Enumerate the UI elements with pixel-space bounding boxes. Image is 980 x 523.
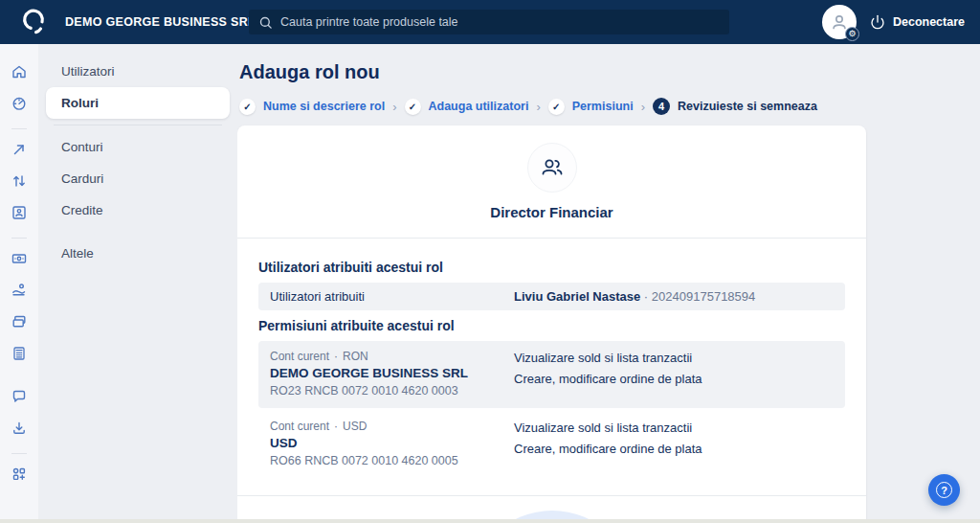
step-1: ✓ Nume si descriere rol (239, 99, 385, 115)
sidebar-item-credite[interactable]: Credite (46, 194, 230, 226)
role-header: Director Financiar (237, 125, 866, 220)
account-currency: RON (343, 350, 368, 363)
rail-divider (11, 128, 27, 129)
logout-button[interactable]: Deconectare (870, 14, 965, 30)
check-icon: ✓ (405, 99, 421, 115)
dot-separator: · (644, 289, 648, 304)
check-icon: ✓ (239, 99, 256, 115)
account-iban: RO66 RNCB 0072 0010 4620 0005 (270, 454, 514, 467)
account-type: Cont curent (270, 420, 329, 433)
contacts-icon[interactable] (11, 204, 28, 221)
permission-list: Vizualizare sold si lista tranzactii Cre… (514, 420, 834, 467)
user-id: 202409175718594 (652, 289, 755, 304)
page-title: Adauga rol nou (239, 61, 980, 83)
logout-label: Deconectare (893, 15, 965, 29)
step-number-badge: 4 (653, 98, 670, 115)
transfers-icon[interactable] (11, 172, 28, 190)
menu-divider (54, 125, 222, 125)
account-type: Cont curent (270, 350, 329, 363)
users-section-heading: Utilizatori atribuiti acestui rol (258, 260, 845, 275)
dot-separator: · (334, 350, 338, 363)
permissions-section-heading: Permisiuni atribuite acestui rol (258, 318, 845, 333)
home-icon[interactable] (11, 63, 28, 80)
step-3: ✓ Permisiuni (548, 99, 634, 115)
wizard-stepper: ✓ Nume si descriere rol › ✓ Adauga utili… (239, 98, 980, 115)
global-search[interactable] (249, 10, 729, 34)
rail-divider (11, 453, 27, 454)
account-info: Cont curent · RON DEMO GEORGE BUSINESS S… (270, 350, 514, 398)
main-content: Adauga rol nou ✓ Nume si descriere rol ›… (237, 44, 980, 523)
step-4-label: Revizuieste si semneaza (678, 100, 817, 113)
chat-icon[interactable] (11, 388, 28, 405)
account-currency: USD (343, 420, 367, 433)
sidebar-menu: Utilizatori Roluri Conturi Carduri Credi… (38, 44, 237, 523)
check-icon: ✓ (548, 99, 565, 115)
role-name: Director Financiar (237, 204, 866, 220)
sidebar-item-utilizatori[interactable]: Utilizatori (46, 56, 230, 87)
role-users-icon (527, 143, 577, 193)
account-name: USD (270, 436, 514, 450)
calculator-icon[interactable] (11, 345, 28, 362)
download-icon[interactable] (11, 420, 28, 437)
icon-rail (0, 44, 38, 523)
bottom-edge (0, 519, 980, 523)
role-review-card: Director Financiar Utilizatori atribuiti… (237, 125, 866, 523)
assigned-users-label: Utilizatori atribuiti (270, 289, 514, 304)
permission-item: Vizualizare sold si lista tranzactii (514, 421, 834, 435)
dot-separator: · (334, 420, 338, 433)
permission-list: Vizualizare sold si lista tranzactii Cre… (514, 350, 834, 398)
chevron-right-icon: › (392, 100, 396, 114)
account-name: DEMO GEORGE BUSINESS SRL (270, 366, 514, 380)
company-name: DEMO GEORGE BUSINESS SRL (65, 15, 256, 29)
help-button[interactable]: ? (928, 474, 960, 506)
send-money-icon[interactable] (11, 141, 28, 158)
permission-row: Cont curent · USD USD RO66 RNCB 0072 001… (258, 411, 845, 478)
payments-hand-icon[interactable] (11, 282, 28, 299)
assigned-user-value: Liviu Gabriel Nastase · 202409175718594 (514, 289, 834, 304)
permission-row: Cont curent · RON DEMO GEORGE BUSINESS S… (258, 341, 845, 408)
account-iban: RO23 RNCB 0072 0010 4620 0003 (270, 384, 514, 398)
apps-plus-icon[interactable] (11, 466, 28, 483)
george-logo-icon[interactable] (19, 6, 50, 38)
search-icon (258, 15, 273, 30)
permission-item: Vizualizare sold si lista tranzactii (514, 351, 834, 365)
cards-icon[interactable] (11, 313, 28, 330)
chevron-right-icon: › (641, 100, 645, 114)
dashboard-icon[interactable] (11, 95, 28, 112)
search-input[interactable] (280, 15, 720, 29)
permission-item: Creare, modificare ordine de plata (514, 442, 834, 456)
step-3-link[interactable]: Permisiuni (572, 100, 634, 113)
step-2-link[interactable]: Adauga utilizatori (429, 100, 529, 113)
account-info: Cont curent · USD USD RO66 RNCB 0072 001… (270, 420, 514, 467)
avatar[interactable]: ⚙ (822, 5, 857, 39)
sidebar-item-altele[interactable]: Altele (46, 238, 230, 269)
question-icon: ? (936, 482, 952, 498)
step-1-link[interactable]: Nume si descriere rol (263, 100, 385, 113)
power-icon (870, 14, 885, 30)
sidebar-item-conturi[interactable]: Conturi (46, 131, 230, 163)
sidebar-item-roluri[interactable]: Roluri (46, 87, 230, 119)
settings-gear-icon[interactable]: ⚙ (845, 27, 859, 41)
topbar: DEMO GEORGE BUSINESS SRL ⚙ Deconectare (0, 0, 980, 44)
cash-icon[interactable] (11, 250, 28, 267)
permission-item: Creare, modificare ordine de plata (514, 372, 834, 386)
step-4-current: 4 Revizuieste si semneaza (653, 98, 817, 115)
assigned-users-row: Utilizatori atribuiti Liviu Gabriel Nast… (258, 283, 845, 310)
chevron-right-icon: › (536, 100, 540, 114)
sidebar-item-carduri[interactable]: Carduri (46, 163, 230, 194)
rail-divider (11, 238, 27, 239)
topbar-right: ⚙ Deconectare (822, 5, 965, 39)
user-name: Liviu Gabriel Nastase (514, 289, 640, 304)
step-2: ✓ Adauga utilizatori (405, 99, 529, 115)
